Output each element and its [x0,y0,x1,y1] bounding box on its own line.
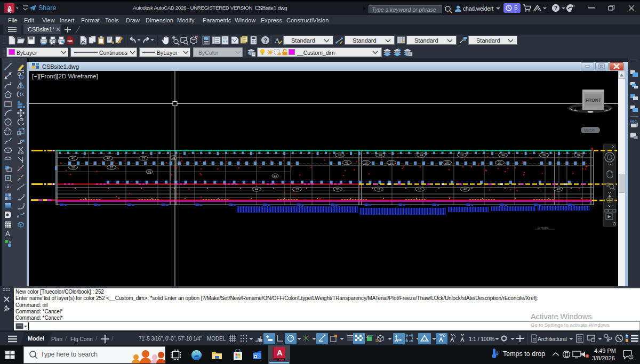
svg-text:WCS: WCS [584,128,595,133]
svg-text:CAD: CAD [279,359,284,362]
svg-text:45: 45 [148,170,151,173]
svg-text:13: 13 [295,188,299,191]
svg-text:?: ? [554,5,558,11]
svg-text:13: 13 [377,188,381,191]
svg-text:34: 34 [420,153,423,157]
svg-text:xx TRUSSx: xx TRUSSx [538,227,549,229]
svg-text:A: A [277,348,283,357]
svg-text:30: 30 [336,188,340,191]
svg-text:40: 40 [107,157,110,160]
svg-text:1: 1 [630,355,632,359]
svg-text:A: A [5,230,10,238]
svg-text:37: 37 [110,166,114,169]
svg-text:?: ? [263,37,267,44]
svg-text:41: 41 [345,161,349,164]
svg-text:28: 28 [71,166,75,169]
svg-text:23: 23 [142,157,146,160]
svg-text:10: 10 [460,153,464,157]
svg-text:28: 28 [445,161,449,164]
svg-text:13: 13 [418,188,422,191]
svg-text:22: 22 [390,161,394,164]
svg-text:40: 40 [463,188,467,191]
svg-text:13: 13 [274,174,277,177]
svg-text:23: 23 [498,161,502,164]
svg-text:19: 19 [364,161,368,164]
svg-text:39: 39 [577,153,581,157]
svg-text:ABC: ABC [630,120,637,123]
svg-text:42: 42 [557,188,561,191]
svg-text:DWF: DWF [67,40,73,43]
svg-text:44: 44 [255,188,259,191]
svg-text:26: 26 [542,153,546,157]
svg-text:34: 34 [501,153,505,157]
svg-text:41: 41 [71,157,75,160]
svg-text:20: 20 [379,153,382,157]
svg-text:13: 13 [338,153,342,157]
svg-text:FRONT: FRONT [586,98,602,103]
